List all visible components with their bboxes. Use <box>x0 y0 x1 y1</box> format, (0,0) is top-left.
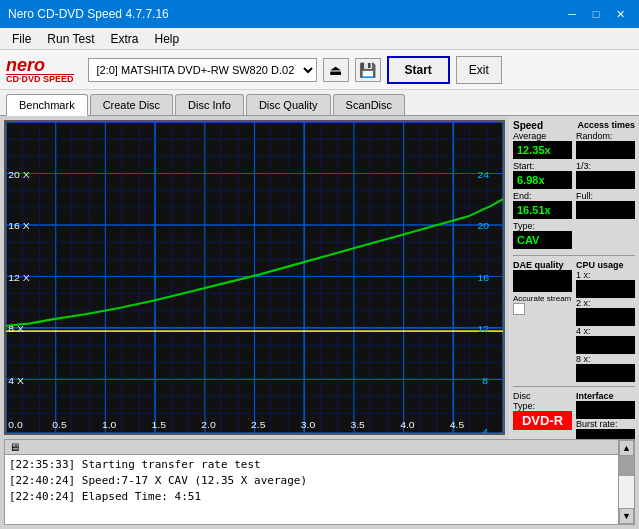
toolbar: nero CD·DVD SPEED [2:0] MATSHITA DVD+-RW… <box>0 50 639 90</box>
cpu-label: CPU usage <box>576 260 635 270</box>
log-line-1: [22:40:24] Speed:7-17 X CAV (12.35 X ave… <box>9 473 630 489</box>
disc-type-badge: DVD-R <box>513 411 572 430</box>
log-area: 🖥 [22:35:33] Starting transfer rate test… <box>4 439 635 525</box>
cpu-8x-value <box>576 364 635 382</box>
svg-text:0.5: 0.5 <box>52 419 67 430</box>
svg-text:16: 16 <box>478 272 490 283</box>
svg-text:24: 24 <box>478 169 490 180</box>
svg-text:8: 8 <box>482 375 488 386</box>
type-label: Type: <box>513 221 572 231</box>
interface-label: Interface <box>576 391 635 401</box>
start-label: Start: <box>513 161 572 171</box>
speed-section: Speed Access times Average 12.35x Random… <box>513 120 635 251</box>
tab-benchmark[interactable]: Benchmark <box>6 94 88 116</box>
svg-text:2.5: 2.5 <box>251 419 266 430</box>
svg-text:4: 4 <box>482 426 488 433</box>
cpu-1x-value <box>576 280 635 298</box>
tab-create-disc[interactable]: Create Disc <box>90 94 173 115</box>
log-icon: 🖥 <box>9 441 20 453</box>
end-value: 16.51x <box>513 201 572 219</box>
log-time-2: [22:40:24] <box>9 490 82 503</box>
svg-text:3.0: 3.0 <box>301 419 316 430</box>
menu-run-test[interactable]: Run Test <box>39 30 102 48</box>
log-content: [22:35:33] Starting transfer rate test [… <box>5 455 634 507</box>
tab-disc-quality[interactable]: Disc Quality <box>246 94 331 115</box>
scroll-up-button[interactable]: ▲ <box>619 440 634 456</box>
eject-icon-button[interactable]: ⏏ <box>323 58 349 82</box>
menu-help[interactable]: Help <box>147 30 188 48</box>
svg-text:12 X: 12 X <box>8 272 30 283</box>
log-time-0: [22:35:33] <box>9 458 82 471</box>
average-value: 12.35x <box>513 141 572 159</box>
dae-label: DAE quality <box>513 260 572 270</box>
log-line-2: [22:40:24] Elapsed Time: 4:51 <box>9 489 630 505</box>
burst-rate-label: Burst rate: <box>576 419 635 429</box>
start-value: 6.98x <box>513 171 572 189</box>
maximize-button[interactable]: □ <box>585 5 607 23</box>
log-line-0: [22:35:33] Starting transfer rate test <box>9 457 630 473</box>
right-panel: Speed Access times Average 12.35x Random… <box>509 116 639 439</box>
cpu-section: CPU usage 1 x: 2 x: 4 x: 8 x: <box>576 260 635 382</box>
interface-value <box>576 401 635 419</box>
cpu-2x-label: 2 x: <box>576 298 635 308</box>
svg-text:2.0: 2.0 <box>201 419 216 430</box>
access-times-label: Access times <box>577 120 635 131</box>
drive-select[interactable]: [2:0] MATSHITA DVD+-RW SW820 D.02 <box>88 58 317 82</box>
log-text-1: Speed:7-17 X CAV (12.35 X average) <box>82 474 307 487</box>
tab-disc-info[interactable]: Disc Info <box>175 94 244 115</box>
start-button[interactable]: Start <box>387 56 450 84</box>
window-title: Nero CD-DVD Speed 4.7.7.16 <box>8 7 169 21</box>
window-controls: ─ □ ✕ <box>561 5 631 23</box>
svg-text:20 X: 20 X <box>8 169 30 180</box>
speed-label: Speed <box>513 120 543 131</box>
scroll-track <box>619 456 634 508</box>
full-label: Full: <box>576 191 635 201</box>
svg-text:4.0: 4.0 <box>400 419 415 430</box>
accurate-stream-checkbox[interactable] <box>513 303 525 315</box>
svg-text:4.5: 4.5 <box>450 419 465 430</box>
log-time-1: [22:40:24] <box>9 474 82 487</box>
menu-bar: File Run Test Extra Help <box>0 28 639 50</box>
svg-text:1.5: 1.5 <box>152 419 167 430</box>
menu-extra[interactable]: Extra <box>102 30 146 48</box>
svg-text:20: 20 <box>478 221 490 232</box>
minimize-button[interactable]: ─ <box>561 5 583 23</box>
svg-text:1.0: 1.0 <box>102 419 117 430</box>
log-text-0: Starting transfer rate test <box>82 458 261 471</box>
svg-text:8 X: 8 X <box>8 324 24 335</box>
cpu-2x-value <box>576 308 635 326</box>
exit-button[interactable]: Exit <box>456 56 502 84</box>
full-value <box>576 201 635 219</box>
tab-scandisc[interactable]: ScanDisc <box>333 94 405 115</box>
cpu-4x-value <box>576 336 635 354</box>
close-button[interactable]: ✕ <box>609 5 631 23</box>
third-label: 1/3: <box>576 161 635 171</box>
third-value <box>576 171 635 189</box>
log-scrollbar[interactable]: ▲ ▼ <box>618 440 634 524</box>
cpu-4x-label: 4 x: <box>576 326 635 336</box>
average-label: Average <box>513 131 572 141</box>
svg-text:16 X: 16 X <box>8 221 30 232</box>
scroll-down-button[interactable]: ▼ <box>619 508 634 524</box>
tab-bar: Benchmark Create Disc Disc Info Disc Qua… <box>0 90 639 116</box>
end-label: End: <box>513 191 572 201</box>
cpu-dae-row: DAE quality Accurate stream CPU usage 1 … <box>513 260 635 382</box>
cpu-8x-label: 8 x: <box>576 354 635 364</box>
random-value <box>576 141 635 159</box>
title-bar: Nero CD-DVD Speed 4.7.7.16 ─ □ ✕ <box>0 0 639 28</box>
random-label: Random: <box>576 131 635 141</box>
nero-logo: nero CD·DVD SPEED <box>6 56 74 84</box>
menu-file[interactable]: File <box>4 30 39 48</box>
log-header: 🖥 <box>5 440 634 455</box>
accurate-stream-label: Accurate stream <box>513 294 572 303</box>
svg-text:3.5: 3.5 <box>350 419 365 430</box>
dae-section: DAE quality Accurate stream <box>513 260 572 382</box>
scroll-thumb[interactable] <box>619 456 634 476</box>
disc-type-label: DiscType: <box>513 391 572 411</box>
save-icon-button[interactable]: 💾 <box>355 58 381 82</box>
cpu-1x-label: 1 x: <box>576 270 635 280</box>
dae-value <box>513 270 572 292</box>
svg-text:0.0: 0.0 <box>8 419 23 430</box>
type-value: CAV <box>513 231 572 249</box>
log-text-2: Elapsed Time: 4:51 <box>82 490 201 503</box>
